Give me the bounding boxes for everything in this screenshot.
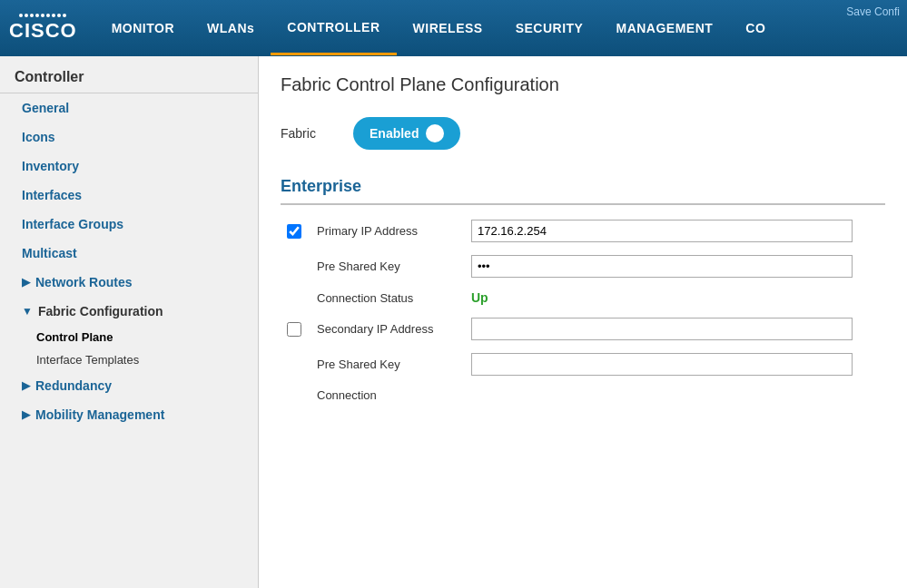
sidebar-item-general[interactable]: General — [0, 93, 258, 122]
fabric-row: Fabric Enabled — [281, 117, 885, 150]
sidebar-title: Controller — [0, 56, 258, 93]
secondary-ip-checkbox[interactable] — [287, 322, 301, 337]
connection-status-value: Up — [471, 290, 488, 305]
fabric-config-expand-icon: ▼ — [22, 305, 33, 318]
nav-security[interactable]: SECURITY — [499, 3, 600, 54]
primary-psk-row: Pre Shared Key — [281, 255, 885, 278]
primary-psk-input[interactable] — [471, 255, 853, 278]
secondary-ip-input[interactable] — [471, 318, 853, 340]
primary-connection-row: Connection Status Up — [281, 290, 885, 305]
sidebar-item-inventory[interactable]: Inventory — [0, 152, 258, 181]
fabric-toggle-button[interactable]: Enabled — [353, 117, 460, 150]
sidebar-item-icons[interactable]: Icons — [0, 122, 258, 152]
sidebar-sub-item-interface-templates[interactable]: Interface Templates — [0, 348, 258, 371]
mobility-expand-icon: ▶ — [22, 408, 30, 421]
secondary-ip-label: Secondary IP Address — [317, 322, 462, 336]
nav-monitor[interactable]: MONITOR — [95, 3, 191, 54]
nav-management[interactable]: MANAGEMENT — [599, 3, 729, 54]
cisco-dots — [19, 14, 66, 17]
save-config-link[interactable]: Save Confi — [839, 2, 907, 22]
secondary-connection-label: Connection — [317, 388, 462, 402]
sidebar-item-redundancy[interactable]: ▶ Redundancy — [0, 371, 258, 400]
sidebar-item-network-routes[interactable]: ▶ Network Routes — [0, 268, 258, 297]
secondary-psk-label: Pre Shared Key — [317, 358, 462, 371]
primary-ip-input[interactable] — [471, 220, 853, 242]
page-title: Fabric Control Plane Configuration — [281, 74, 885, 95]
secondary-ip-row: Secondary IP Address — [281, 318, 885, 340]
nav-co[interactable]: CO — [729, 3, 782, 54]
network-routes-expand-icon: ▶ — [22, 276, 30, 289]
secondary-psk-row: Pre Shared Key — [281, 353, 885, 376]
redundancy-expand-icon: ▶ — [22, 379, 30, 392]
section-divider — [281, 203, 885, 205]
content-area: Fabric Control Plane Configuration Fabri… — [259, 56, 907, 588]
topbar: CISCO MONITOR WLANs CONTROLLER WIRELESS … — [0, 0, 907, 56]
sidebar: Controller General Icons Inventory Inter… — [0, 56, 259, 588]
secondary-connection-row: Connection — [281, 388, 885, 402]
connection-status-label: Connection Status — [317, 291, 462, 305]
toggle-circle-icon — [426, 124, 444, 142]
enterprise-section-title: Enterprise — [281, 177, 885, 196]
primary-ip-checkbox[interactable] — [287, 224, 301, 239]
nav-wireless[interactable]: WIRELESS — [397, 3, 499, 54]
primary-psk-label: Pre Shared Key — [317, 260, 462, 273]
primary-ip-row: Primary IP Address — [281, 220, 885, 242]
fabric-label: Fabric — [281, 126, 335, 141]
nav-controller[interactable]: CONTROLLER — [271, 2, 396, 55]
primary-ip-label: Primary IP Address — [317, 224, 462, 238]
sidebar-item-interfaces[interactable]: Interfaces — [0, 181, 258, 210]
sidebar-item-interface-groups[interactable]: Interface Groups — [0, 210, 258, 239]
nav-menu: MONITOR WLANs CONTROLLER WIRELESS SECURI… — [95, 2, 898, 55]
sidebar-item-mobility-management[interactable]: ▶ Mobility Management — [0, 400, 258, 429]
sidebar-item-fabric-configuration[interactable]: ▼ Fabric Configuration — [0, 297, 258, 326]
cisco-brand-text: CISCO — [9, 19, 77, 43]
secondary-psk-input[interactable] — [471, 353, 853, 376]
nav-wlans[interactable]: WLANs — [191, 3, 271, 54]
sidebar-sub-item-control-plane[interactable]: Control Plane — [0, 326, 258, 348]
main-layout: Controller General Icons Inventory Inter… — [0, 56, 907, 588]
fabric-toggle-label: Enabled — [370, 126, 419, 141]
sidebar-item-multicast[interactable]: Multicast — [0, 239, 258, 268]
cisco-logo: CISCO — [9, 14, 77, 43]
